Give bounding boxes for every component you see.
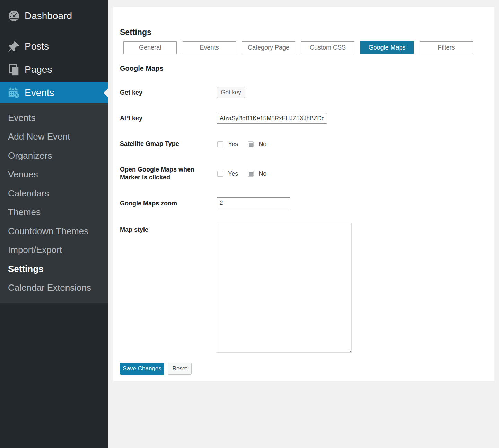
page-title: Settings [120, 28, 151, 37]
satellite-gmap-options: Yes No [217, 141, 266, 148]
sidebar-item-dashboard[interactable]: Dashboard [0, 6, 108, 26]
section-title: Google Maps [120, 64, 164, 72]
api-key-input[interactable] [217, 113, 327, 124]
submenu-item-venues[interactable]: Venues [0, 165, 108, 184]
tab-events[interactable]: Events [183, 41, 236, 54]
submenu-item-calendars[interactable]: Calendars [0, 184, 108, 203]
satellite-no-checkbox[interactable] [248, 141, 254, 147]
submenu-item-add-new-event[interactable]: Add New Event [0, 128, 108, 147]
tab-custom-css[interactable]: Custom CSS [301, 41, 354, 54]
dashboard-icon [7, 9, 20, 23]
open-maps-no-label: No [259, 170, 266, 177]
get-key-label: Get key [120, 89, 207, 97]
submenu-item-themes[interactable]: Themes [0, 203, 108, 222]
settings-tabs: General Events Category Page Custom CSS … [123, 41, 473, 54]
get-key-button[interactable]: Get key [217, 87, 245, 98]
tab-category-page[interactable]: Category Page [242, 41, 295, 54]
maps-zoom-input[interactable] [217, 197, 290, 208]
submenu-item-countdown-themes[interactable]: Countdown Themes [0, 222, 108, 241]
sidebar-item-posts[interactable]: Posts [0, 37, 108, 56]
submenu-item-organizers[interactable]: Organizers [0, 146, 108, 165]
tab-google-maps[interactable]: Google Maps [360, 41, 414, 54]
satellite-yes-checkbox[interactable] [217, 141, 223, 147]
submenu-item-settings[interactable]: Settings [0, 260, 108, 279]
submenu-item-import-export[interactable]: Import/Export [0, 241, 108, 260]
api-key-label: API key [120, 114, 207, 122]
pushpin-icon [7, 40, 20, 53]
reset-button[interactable]: Reset [168, 363, 192, 375]
maps-zoom-label: Google Maps zoom [120, 200, 207, 208]
admin-sidebar: Dashboard Posts Pages [0, 0, 108, 448]
sidebar-item-label: Pages [25, 64, 52, 75]
satellite-gmap-label: Satellite Gmap Type [120, 140, 207, 148]
tab-filters[interactable]: Filters [420, 41, 473, 54]
open-maps-yes-checkbox[interactable] [217, 171, 223, 177]
map-style-label: Map style [120, 226, 207, 234]
open-maps-label: Open Google Maps when Marker is clicked [120, 166, 198, 182]
sidebar-item-label: Dashboard [25, 10, 72, 21]
submenu-item-calendar-extensions[interactable]: Calendar Extensions [0, 279, 108, 298]
open-maps-no-checkbox[interactable] [248, 171, 254, 177]
sidebar-item-events[interactable]: Events [0, 82, 108, 103]
sidebar-item-pages[interactable]: Pages [0, 60, 108, 79]
map-style-textarea[interactable] [217, 223, 352, 353]
events-submenu: Events Add New Event Organizers Venues C… [0, 103, 108, 303]
open-maps-yes-label: Yes [228, 170, 238, 177]
sidebar-item-label: Posts [25, 41, 49, 52]
submenu-item-events[interactable]: Events [0, 108, 108, 128]
satellite-no-label: No [259, 141, 266, 148]
calendar-icon [7, 86, 20, 99]
sidebar-item-label: Events [25, 87, 54, 98]
settings-panel: Settings General Events Category Page Cu… [113, 7, 494, 381]
active-menu-arrow [103, 88, 108, 97]
save-changes-button[interactable]: Save Changes [120, 363, 164, 375]
satellite-yes-label: Yes [228, 141, 238, 148]
pages-icon [7, 63, 20, 76]
open-maps-options: Yes No [217, 170, 266, 177]
tab-general[interactable]: General [123, 41, 177, 54]
